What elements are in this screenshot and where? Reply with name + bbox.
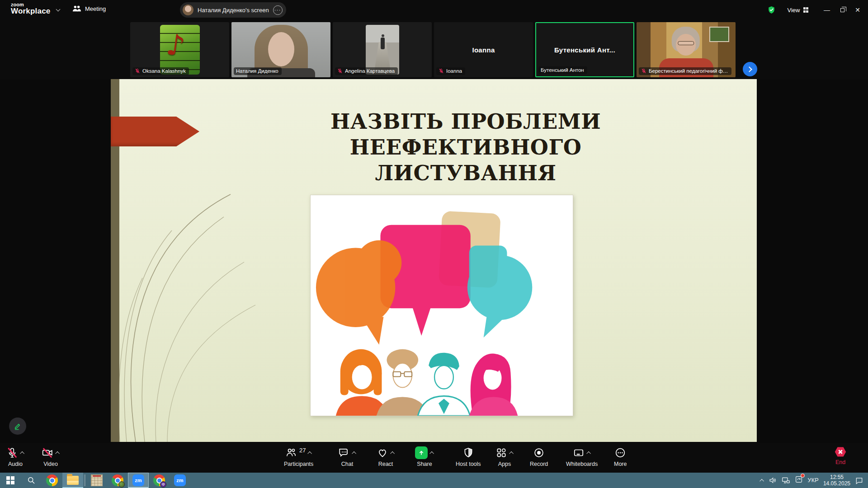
- participant-tile-berestynskyi[interactable]: Берестинський педагогічний фа...: [637, 22, 736, 77]
- taskbar-file-explorer-button[interactable]: [62, 473, 83, 488]
- system-tray: УКР 12:55 14.05.2025: [761, 473, 868, 488]
- chevron-down-icon[interactable]: [56, 7, 61, 12]
- participant-tile-natalia[interactable]: Наталия Диденко: [231, 22, 330, 77]
- video-button[interactable]: Video: [42, 446, 60, 467]
- zoom-app-icon: zm: [174, 474, 186, 486]
- participant-name-pill: Берестинський педагогічний фа...: [639, 67, 731, 75]
- taskbar-chrome-photo-button[interactable]: [107, 473, 128, 488]
- participant-tile-angelina[interactable]: Angelina Картавцева: [333, 22, 432, 77]
- tab-meeting[interactable]: Meeting: [72, 5, 106, 13]
- audio-button[interactable]: Audio: [6, 446, 24, 467]
- action-center-icon[interactable]: [855, 477, 863, 484]
- participant-name: Angelina Картавцева: [345, 68, 395, 74]
- react-button[interactable]: React: [377, 446, 395, 467]
- more-button[interactable]: More: [614, 446, 627, 467]
- close-button[interactable]: ✕: [851, 6, 864, 14]
- mic-muted-icon: [439, 68, 444, 74]
- video-strip: ♪ Oksana Kalashnyk Наталия Диденко: [0, 20, 868, 80]
- apps-button[interactable]: Apps: [495, 446, 514, 467]
- record-button[interactable]: Record: [530, 446, 548, 467]
- participants-options-chevron[interactable]: [308, 451, 312, 455]
- logo-text-workplace: Workplace: [11, 7, 50, 15]
- meeting-toolbar: Audio Video 27: [0, 443, 868, 473]
- taskbar-schedule-button[interactable]: [86, 473, 107, 488]
- video-options-chevron[interactable]: [55, 451, 60, 455]
- participant-name: Ioanna: [446, 68, 462, 74]
- tray-expand-chevron[interactable]: [760, 479, 764, 483]
- apps-label: Apps: [498, 461, 511, 467]
- participants-icon: [285, 447, 297, 459]
- screen-share-label: Наталия Диденко's screen: [198, 7, 269, 14]
- taskbar-chrome-profile-button[interactable]: Φ: [149, 473, 170, 488]
- share-options-chevron[interactable]: [429, 451, 434, 455]
- host-tools-button[interactable]: Host tools: [456, 446, 481, 467]
- taskbar-search-button[interactable]: [21, 473, 42, 488]
- participant-tile-oksana[interactable]: ♪ Oksana Kalashnyk: [130, 22, 229, 77]
- profile-badge-icon: Φ: [160, 481, 166, 488]
- network-icon[interactable]: [781, 476, 790, 484]
- participants-button[interactable]: 27 Participants: [284, 446, 313, 467]
- clock-date: 14.05.2025: [823, 480, 850, 487]
- chat-button[interactable]: Chat: [338, 446, 356, 467]
- participant-name-pill: Oksana Kalashnyk: [132, 67, 189, 75]
- zoom-meeting-window: zoom Workplace Meeting Наталия Диденко's…: [0, 0, 868, 488]
- taskbar-zoom-button[interactable]: zm: [170, 473, 190, 488]
- slide-decoration-wisps: [111, 142, 292, 442]
- taskbar-clock[interactable]: 12:55 14.05.2025: [823, 474, 850, 487]
- whiteboards-button[interactable]: Whiteboards: [566, 446, 598, 467]
- participant-name: Oksana Kalashnyk: [142, 68, 186, 74]
- share-label: Share: [417, 461, 432, 467]
- whiteboards-options-chevron[interactable]: [586, 451, 591, 455]
- zoom-app-icon: zm: [132, 474, 144, 486]
- pencil-icon: [13, 422, 22, 431]
- shield-icon: [462, 447, 474, 459]
- participant-tile-butenskyi-active-speaker[interactable]: Бутенський Ант... Бутенський Антон: [535, 22, 634, 77]
- participant-name-pill: Angelina Картавцева: [335, 67, 398, 75]
- clock-time: 12:55: [823, 474, 850, 480]
- mic-muted-icon: [641, 68, 646, 74]
- whiteboards-label: Whiteboards: [566, 461, 598, 467]
- schedule-image-icon: [91, 474, 103, 486]
- react-label: React: [378, 461, 393, 467]
- zoom-workplace-logo: zoom Workplace: [11, 2, 50, 15]
- taskbar-chrome-button[interactable]: [42, 473, 62, 488]
- end-label: End: [835, 459, 845, 465]
- search-icon: [27, 476, 36, 485]
- alert-badge: [801, 474, 805, 478]
- camera-off-icon: [42, 447, 53, 459]
- apps-options-chevron[interactable]: [509, 451, 514, 455]
- language-indicator[interactable]: УКР: [807, 477, 818, 483]
- heart-icon: [377, 447, 388, 459]
- chevron-right-icon: [746, 66, 752, 72]
- record-icon: [533, 447, 545, 459]
- taskbar-separator: [84, 474, 85, 486]
- share-button[interactable]: Share: [415, 446, 434, 467]
- annotate-button[interactable]: [9, 418, 26, 435]
- share-screen-icon: [415, 446, 428, 459]
- participant-tile-ioanna[interactable]: Ioanna Ioanna: [434, 22, 533, 77]
- minimize-button[interactable]: —: [820, 6, 834, 14]
- view-label: View: [788, 7, 800, 14]
- record-label: Record: [530, 461, 548, 467]
- screen-share-pill[interactable]: Наталия Диденко's screen ···: [180, 2, 286, 18]
- volume-icon[interactable]: [769, 476, 777, 484]
- slide-title-line2: ЛИСТУВАННЯ: [219, 160, 712, 186]
- more-ellipsis-icon: [614, 447, 626, 459]
- chrome-icon: [112, 474, 123, 486]
- update-notification-icon[interactable]: [795, 475, 803, 485]
- react-options-chevron[interactable]: [390, 451, 395, 455]
- taskbar-zoom-active-button[interactable]: zm: [128, 473, 149, 488]
- view-button[interactable]: View: [788, 7, 808, 14]
- slide-title: НАЗВІТЬ ПРОБЛЕМИ НЕЕФЕКТИВНОГО ЛИСТУВАНН…: [219, 109, 712, 186]
- chat-options-chevron[interactable]: [352, 451, 356, 455]
- more-options-icon[interactable]: ···: [273, 5, 283, 15]
- restore-button[interactable]: [835, 6, 849, 14]
- apps-icon: [495, 447, 507, 459]
- security-shield-icon[interactable]: [767, 5, 776, 14]
- end-meeting-button[interactable]: End: [834, 446, 847, 465]
- speech-bubbles-people-graphic: [311, 195, 573, 416]
- start-button[interactable]: [0, 473, 21, 488]
- next-participants-button[interactable]: [743, 62, 757, 76]
- shared-screen-slide: НАЗВІТЬ ПРОБЛЕМИ НЕЕФЕКТИВНОГО ЛИСТУВАНН…: [111, 79, 757, 442]
- audio-options-chevron[interactable]: [20, 451, 24, 455]
